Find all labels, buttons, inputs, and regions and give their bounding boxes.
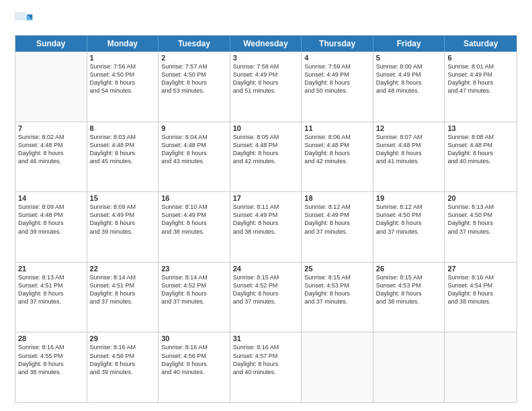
- header-day-thursday: Thursday: [302, 36, 373, 52]
- page: SundayMondayTuesdayWednesdayThursdayFrid…: [0, 0, 532, 411]
- calendar: SundayMondayTuesdayWednesdayThursdayFrid…: [15, 35, 517, 403]
- day-number: 19: [376, 194, 442, 202]
- cell-info: Sunrise: 8:07 AMSunset: 4:48 PMDaylight:…: [376, 133, 442, 166]
- calendar-cell-4-3: 31Sunrise: 8:16 AMSunset: 4:57 PMDayligh…: [230, 332, 302, 402]
- header-day-tuesday: Tuesday: [159, 36, 230, 52]
- day-number: 3: [233, 54, 299, 62]
- cell-info: Sunrise: 8:16 AMSunset: 4:56 PMDaylight:…: [90, 343, 156, 376]
- cell-info: Sunrise: 8:16 AMSunset: 4:57 PMDaylight:…: [233, 343, 299, 376]
- cell-info: Sunrise: 8:14 AMSunset: 4:52 PMDaylight:…: [161, 273, 227, 306]
- day-number: 25: [304, 265, 370, 273]
- day-number: 5: [376, 54, 442, 62]
- cell-info: Sunrise: 8:15 AMSunset: 4:52 PMDaylight:…: [233, 273, 299, 306]
- cell-info: Sunrise: 8:00 AMSunset: 4:49 PMDaylight:…: [376, 62, 442, 95]
- calendar-cell-3-1: 22Sunrise: 8:14 AMSunset: 4:51 PMDayligh…: [87, 263, 159, 332]
- calendar-cell-1-4: 11Sunrise: 8:06 AMSunset: 4:48 PMDayligh…: [302, 122, 373, 192]
- cell-info: Sunrise: 8:10 AMSunset: 4:49 PMDaylight:…: [161, 203, 227, 236]
- day-number: 26: [376, 265, 442, 273]
- calendar-cell-0-4: 4Sunrise: 7:59 AMSunset: 4:49 PMDaylight…: [302, 52, 373, 122]
- cell-info: Sunrise: 7:57 AMSunset: 4:50 PMDaylight:…: [161, 62, 227, 95]
- day-number: 14: [18, 194, 84, 202]
- day-number: 20: [447, 194, 514, 202]
- calendar-cell-2-3: 17Sunrise: 8:11 AMSunset: 4:49 PMDayligh…: [230, 192, 302, 262]
- cell-info: Sunrise: 8:03 AMSunset: 4:48 PMDaylight:…: [90, 133, 156, 166]
- calendar-cell-0-0: [15, 52, 87, 122]
- cell-info: Sunrise: 8:01 AMSunset: 4:49 PMDaylight:…: [447, 62, 514, 95]
- calendar-cell-2-5: 19Sunrise: 8:12 AMSunset: 4:50 PMDayligh…: [373, 192, 445, 262]
- calendar-cell-1-1: 8Sunrise: 8:03 AMSunset: 4:48 PMDaylight…: [87, 122, 159, 192]
- calendar-row-3: 21Sunrise: 8:13 AMSunset: 4:51 PMDayligh…: [15, 262, 517, 332]
- calendar-cell-3-4: 25Sunrise: 8:15 AMSunset: 4:53 PMDayligh…: [302, 263, 373, 332]
- day-number: 23: [161, 265, 227, 273]
- calendar-cell-1-2: 9Sunrise: 8:04 AMSunset: 4:48 PMDaylight…: [159, 122, 230, 192]
- header: [15, 12, 517, 31]
- day-number: 22: [90, 265, 156, 273]
- day-number: 29: [90, 334, 156, 342]
- calendar-cell-3-6: 27Sunrise: 8:16 AMSunset: 4:54 PMDayligh…: [445, 263, 517, 332]
- cell-info: Sunrise: 8:13 AMSunset: 4:51 PMDaylight:…: [18, 273, 84, 306]
- calendar-cell-2-0: 14Sunrise: 8:09 AMSunset: 4:48 PMDayligh…: [15, 192, 87, 262]
- calendar-cell-1-5: 12Sunrise: 8:07 AMSunset: 4:48 PMDayligh…: [373, 122, 445, 192]
- cell-info: Sunrise: 8:05 AMSunset: 4:48 PMDaylight:…: [233, 133, 299, 166]
- day-number: 24: [233, 265, 299, 273]
- cell-info: Sunrise: 8:09 AMSunset: 4:49 PMDaylight:…: [90, 203, 156, 236]
- logo: [15, 12, 36, 31]
- day-number: 8: [90, 124, 156, 132]
- cell-info: Sunrise: 8:13 AMSunset: 4:50 PMDaylight:…: [447, 203, 514, 236]
- cell-info: Sunrise: 7:58 AMSunset: 4:49 PMDaylight:…: [233, 62, 299, 95]
- day-number: 15: [90, 194, 156, 202]
- day-number: 27: [447, 265, 514, 273]
- calendar-cell-1-3: 10Sunrise: 8:05 AMSunset: 4:48 PMDayligh…: [230, 122, 302, 192]
- calendar-cell-2-2: 16Sunrise: 8:10 AMSunset: 4:49 PMDayligh…: [159, 192, 230, 262]
- day-number: 9: [161, 124, 227, 132]
- calendar-cell-4-4: [302, 332, 373, 402]
- day-number: 13: [447, 124, 514, 132]
- calendar-body: 1Sunrise: 7:56 AMSunset: 4:50 PMDaylight…: [15, 52, 517, 402]
- calendar-row-2: 14Sunrise: 8:09 AMSunset: 4:48 PMDayligh…: [15, 191, 517, 262]
- day-number: 4: [304, 54, 370, 62]
- day-number: 30: [161, 334, 227, 342]
- calendar-cell-4-5: [373, 332, 445, 402]
- cell-info: Sunrise: 8:02 AMSunset: 4:48 PMDaylight:…: [18, 133, 84, 166]
- header-day-sunday: Sunday: [15, 36, 87, 52]
- calendar-cell-3-0: 21Sunrise: 8:13 AMSunset: 4:51 PMDayligh…: [15, 263, 87, 332]
- header-day-saturday: Saturday: [445, 36, 517, 52]
- day-number: 31: [233, 334, 299, 342]
- header-day-wednesday: Wednesday: [230, 36, 302, 52]
- calendar-cell-4-6: [445, 332, 517, 402]
- day-number: 1: [90, 54, 156, 62]
- calendar-cell-2-6: 20Sunrise: 8:13 AMSunset: 4:50 PMDayligh…: [445, 192, 517, 262]
- day-number: 16: [161, 194, 227, 202]
- calendar-cell-2-4: 18Sunrise: 8:12 AMSunset: 4:49 PMDayligh…: [302, 192, 373, 262]
- calendar-cell-4-0: 28Sunrise: 8:16 AMSunset: 4:55 PMDayligh…: [15, 332, 87, 402]
- cell-info: Sunrise: 8:04 AMSunset: 4:48 PMDaylight:…: [161, 133, 227, 166]
- day-number: 11: [304, 124, 370, 132]
- calendar-cell-0-1: 1Sunrise: 7:56 AMSunset: 4:50 PMDaylight…: [87, 52, 159, 122]
- calendar-cell-0-5: 5Sunrise: 8:00 AMSunset: 4:49 PMDaylight…: [373, 52, 445, 122]
- svg-rect-4: [15, 21, 34, 31]
- cell-info: Sunrise: 8:15 AMSunset: 4:53 PMDaylight:…: [304, 273, 370, 306]
- cell-info: Sunrise: 8:12 AMSunset: 4:49 PMDaylight:…: [304, 203, 370, 236]
- day-number: 17: [233, 194, 299, 202]
- cell-info: Sunrise: 8:14 AMSunset: 4:51 PMDaylight:…: [90, 273, 156, 306]
- cell-info: Sunrise: 8:08 AMSunset: 4:48 PMDaylight:…: [447, 133, 514, 166]
- cell-info: Sunrise: 8:12 AMSunset: 4:50 PMDaylight:…: [376, 203, 442, 236]
- calendar-row-1: 7Sunrise: 8:02 AMSunset: 4:48 PMDaylight…: [15, 122, 517, 192]
- day-number: 28: [18, 334, 84, 342]
- calendar-cell-0-6: 6Sunrise: 8:01 AMSunset: 4:49 PMDaylight…: [445, 52, 517, 122]
- calendar-row-0: 1Sunrise: 7:56 AMSunset: 4:50 PMDaylight…: [15, 52, 517, 122]
- header-day-friday: Friday: [373, 36, 445, 52]
- day-number: 7: [18, 124, 84, 132]
- calendar-header: SundayMondayTuesdayWednesdayThursdayFrid…: [15, 36, 517, 52]
- day-number: 18: [304, 194, 370, 202]
- calendar-cell-4-1: 29Sunrise: 8:16 AMSunset: 4:56 PMDayligh…: [87, 332, 159, 402]
- cell-info: Sunrise: 7:56 AMSunset: 4:50 PMDaylight:…: [90, 62, 156, 95]
- cell-info: Sunrise: 7:59 AMSunset: 4:49 PMDaylight:…: [304, 62, 370, 95]
- header-day-monday: Monday: [87, 36, 159, 52]
- logo-icon: [15, 12, 34, 31]
- cell-info: Sunrise: 8:11 AMSunset: 4:49 PMDaylight:…: [233, 203, 299, 236]
- calendar-cell-3-3: 24Sunrise: 8:15 AMSunset: 4:52 PMDayligh…: [230, 263, 302, 332]
- calendar-cell-1-6: 13Sunrise: 8:08 AMSunset: 4:48 PMDayligh…: [445, 122, 517, 192]
- cell-info: Sunrise: 8:16 AMSunset: 4:55 PMDaylight:…: [18, 343, 84, 376]
- cell-info: Sunrise: 8:16 AMSunset: 4:54 PMDaylight:…: [447, 273, 514, 306]
